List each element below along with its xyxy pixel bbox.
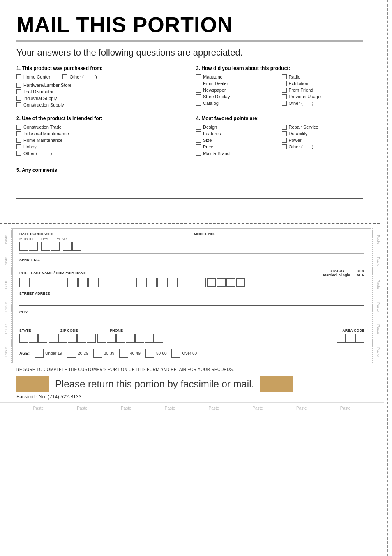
serial-input[interactable] <box>44 255 364 264</box>
checkbox-size[interactable] <box>196 138 201 143</box>
zip-box-2[interactable] <box>58 334 67 343</box>
checkbox-under19[interactable] <box>35 349 44 358</box>
name-box-14[interactable] <box>148 278 157 287</box>
zip-box-1[interactable] <box>49 334 58 343</box>
checkbox-construction-trade[interactable] <box>16 125 21 130</box>
retain-text: BE SURE TO COMPLETE THE CUSTOMER'S PORTI… <box>16 367 367 372</box>
checkbox-home-maint[interactable] <box>16 138 21 143</box>
name-box-22[interactable] <box>226 278 235 287</box>
name-box-16[interactable] <box>167 278 176 287</box>
name-box-1[interactable] <box>19 278 28 287</box>
name-box-18[interactable] <box>187 278 196 287</box>
other-paren-q2: ) <box>40 151 52 156</box>
date-section: DATE PURCHASED MONTH DAY YEAR <box>19 232 190 251</box>
checkbox-durability[interactable] <box>282 131 287 136</box>
checkbox-home-center[interactable] <box>16 74 21 79</box>
checkbox-design[interactable] <box>196 125 201 130</box>
checkbox-30-39[interactable] <box>93 349 102 358</box>
sex-label: SEX <box>357 269 364 273</box>
name-box-8[interactable] <box>88 278 97 287</box>
checkbox-40-49[interactable] <box>119 349 128 358</box>
phone-box-2[interactable] <box>107 334 116 343</box>
checkbox-industrial-maint[interactable] <box>16 131 21 136</box>
model-input[interactable] <box>194 237 364 246</box>
checkbox-tool-dist[interactable] <box>16 89 21 94</box>
checkbox-prev-usage[interactable] <box>282 94 287 99</box>
name-box-4[interactable] <box>49 278 58 287</box>
zip-box-4[interactable] <box>77 334 86 343</box>
phone-box-5[interactable] <box>135 334 144 343</box>
checkbox-other-q1[interactable] <box>62 74 67 79</box>
checkbox-industrial[interactable] <box>16 96 21 101</box>
q4-design: Design <box>196 125 278 130</box>
zip-box-3[interactable] <box>68 334 77 343</box>
checkbox-50-60[interactable] <box>145 349 154 358</box>
area-box-1[interactable] <box>337 334 346 343</box>
question-5: 5. Any comments: <box>16 167 363 211</box>
name-box-17[interactable] <box>177 278 186 287</box>
name-box-13[interactable] <box>138 278 147 287</box>
checkbox-repair[interactable] <box>282 125 287 130</box>
checkbox-power[interactable] <box>282 138 287 143</box>
city-input[interactable] <box>19 315 364 324</box>
checkbox-from-friend[interactable] <box>282 88 287 93</box>
name-box-3[interactable] <box>39 278 48 287</box>
phone-box-1[interactable] <box>97 334 106 343</box>
name-box-15[interactable] <box>157 278 166 287</box>
checkbox-features[interactable] <box>196 131 201 136</box>
question-1: 1. This product was purchased from: Home… <box>16 65 184 109</box>
q1-hardware: Hardware/Lumber Store <box>16 83 184 88</box>
name-box-21[interactable] <box>217 278 226 287</box>
phone-box-7[interactable] <box>154 334 163 343</box>
checkbox-radio[interactable] <box>282 74 287 79</box>
checkbox-other-q4[interactable] <box>282 144 287 149</box>
street-input[interactable] <box>19 297 364 306</box>
name-box-6[interactable] <box>69 278 78 287</box>
phone-box-6[interactable] <box>145 334 154 343</box>
checkbox-other-q3[interactable] <box>282 101 287 106</box>
checkbox-exhibition[interactable] <box>282 81 287 86</box>
name-box-11[interactable] <box>118 278 127 287</box>
name-box-23[interactable] <box>236 278 245 287</box>
state-phone-inputs-row <box>19 334 364 343</box>
year-box-1[interactable] <box>63 242 72 251</box>
month-box-2[interactable] <box>29 242 38 251</box>
checkbox-from-dealer[interactable] <box>196 81 201 86</box>
state-box-3[interactable] <box>38 334 47 343</box>
name-box-10[interactable] <box>108 278 117 287</box>
name-box-9[interactable] <box>98 278 107 287</box>
name-box-7[interactable] <box>78 278 88 287</box>
name-box-20[interactable] <box>207 278 216 287</box>
checkbox-catalog[interactable] <box>196 101 201 106</box>
checkbox-hardware[interactable] <box>16 83 21 88</box>
day-box-1[interactable] <box>41 242 50 251</box>
side-paste-left: Paste Paste Paste Paste Paste Paste <box>0 228 12 363</box>
name-box-19[interactable] <box>197 278 206 287</box>
m-f-row: M F <box>357 273 364 277</box>
zip-box-5[interactable] <box>87 334 96 343</box>
checkbox-price[interactable] <box>196 144 201 149</box>
day-box-2[interactable] <box>51 242 60 251</box>
area-box-3[interactable] <box>355 334 364 343</box>
checkbox-20-29[interactable] <box>67 349 76 358</box>
label-radio: Radio <box>289 74 301 79</box>
checkbox-other-q2[interactable] <box>16 151 21 156</box>
label-industrial-maint: Industrial Maintenance <box>23 131 69 136</box>
phone-box-3[interactable] <box>116 334 125 343</box>
checkbox-newspaper[interactable] <box>196 88 201 93</box>
month-box-1[interactable] <box>19 242 28 251</box>
state-box-2[interactable] <box>29 334 38 343</box>
checkbox-hobby[interactable] <box>16 144 21 149</box>
checkbox-magazine[interactable] <box>196 74 201 79</box>
phone-box-4[interactable] <box>126 334 135 343</box>
state-box-1[interactable] <box>19 334 28 343</box>
checkbox-construction[interactable] <box>16 102 21 107</box>
year-box-2[interactable] <box>72 242 81 251</box>
area-box-2[interactable] <box>346 334 355 343</box>
name-box-2[interactable] <box>29 278 38 287</box>
checkbox-store-display[interactable] <box>196 94 201 99</box>
checkbox-over60[interactable] <box>171 349 180 358</box>
checkbox-makita[interactable] <box>196 151 201 156</box>
name-box-5[interactable] <box>59 278 68 287</box>
name-box-12[interactable] <box>128 278 137 287</box>
